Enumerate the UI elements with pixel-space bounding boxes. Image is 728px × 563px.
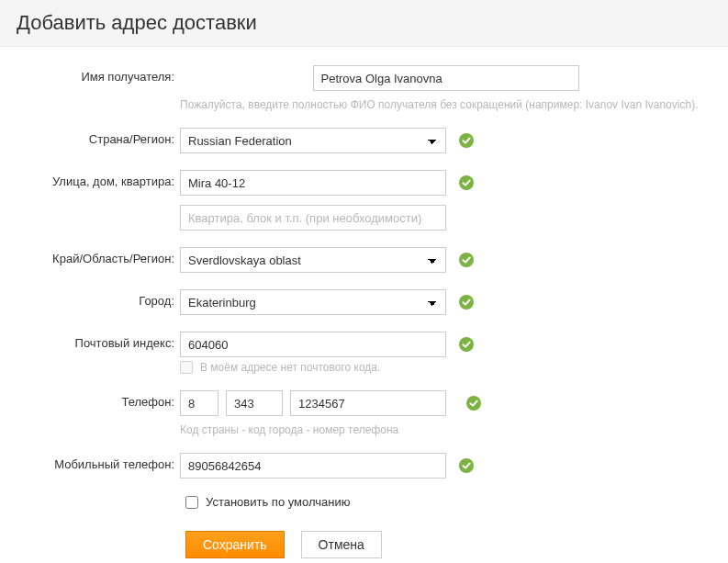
svg-point-2 bbox=[459, 253, 474, 267]
check-icon bbox=[466, 396, 481, 411]
label-city: Город: bbox=[17, 289, 180, 308]
svg-point-4 bbox=[459, 337, 474, 352]
label-mobile: Мобильный телефон: bbox=[17, 453, 180, 471]
check-icon bbox=[459, 175, 474, 190]
mobile-input[interactable] bbox=[180, 453, 446, 479]
svg-point-3 bbox=[459, 295, 474, 310]
region-select[interactable]: Sverdlovskaya oblast bbox=[180, 247, 446, 273]
check-icon bbox=[459, 295, 474, 310]
label-name: Имя получателя: bbox=[17, 65, 180, 84]
check-icon bbox=[459, 253, 474, 267]
street1-input[interactable] bbox=[180, 170, 446, 196]
check-icon bbox=[459, 133, 474, 148]
svg-point-0 bbox=[459, 133, 474, 148]
cancel-button[interactable]: Отмена bbox=[301, 531, 382, 558]
label-zip: Почтовый индекс: bbox=[17, 332, 180, 350]
city-select[interactable]: Ekaterinburg bbox=[180, 289, 446, 315]
no-postal-code-label: В моём адресе нет почтового кода. bbox=[200, 361, 380, 374]
svg-point-5 bbox=[466, 396, 481, 411]
svg-point-6 bbox=[459, 458, 474, 473]
country-select[interactable]: Russian Federation bbox=[180, 128, 446, 153]
label-country: Страна/Регион: bbox=[17, 128, 180, 146]
phone-area-code-input[interactable] bbox=[226, 390, 283, 416]
name-input[interactable] bbox=[313, 65, 579, 91]
label-phone: Телефон: bbox=[17, 390, 180, 409]
phone-hint: Код страны - код города - номер телефона bbox=[180, 423, 398, 436]
page-header: Добавить адрес доставки bbox=[0, 0, 728, 47]
save-button[interactable]: Сохранить bbox=[185, 531, 285, 558]
set-default-label: Установить по умолчанию bbox=[206, 495, 350, 509]
check-icon bbox=[459, 458, 474, 473]
svg-point-1 bbox=[459, 175, 474, 190]
label-region: Край/Область/Регион: bbox=[17, 247, 180, 265]
phone-country-code-input[interactable] bbox=[180, 390, 218, 416]
phone-number-input[interactable] bbox=[290, 390, 446, 416]
address-form: Имя получателя: Пожалуйста, введите полн… bbox=[0, 47, 728, 563]
name-hint: Пожалуйста, введите полностью ФИО получа… bbox=[180, 98, 698, 111]
street2-input[interactable] bbox=[180, 205, 446, 231]
no-postal-code-checkbox[interactable] bbox=[180, 361, 193, 374]
set-default-checkbox[interactable] bbox=[185, 496, 198, 509]
label-street: Улица, дом, квартира: bbox=[17, 170, 180, 188]
page-title: Добавить адрес доставки bbox=[17, 11, 711, 35]
zip-input[interactable] bbox=[180, 332, 446, 357]
check-icon bbox=[459, 337, 474, 352]
